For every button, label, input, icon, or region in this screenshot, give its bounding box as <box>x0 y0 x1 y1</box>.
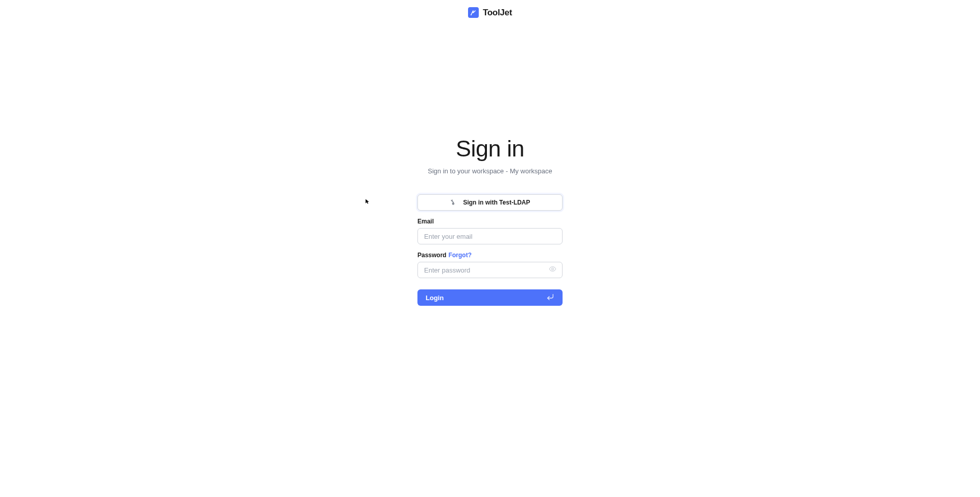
email-input[interactable] <box>417 228 563 244</box>
page-title: Sign in <box>456 135 524 162</box>
forgot-password-link[interactable]: Forgot? <box>449 252 472 259</box>
password-input[interactable] <box>417 262 563 278</box>
password-label: Password <box>417 252 447 259</box>
toggle-password-visibility[interactable] <box>549 265 556 275</box>
key-icon <box>450 198 457 207</box>
enter-arrow-icon <box>546 293 554 303</box>
login-button-label: Login <box>426 294 444 302</box>
sso-button-label: Sign in with Test-LDAP <box>463 199 530 206</box>
page-subtitle: Sign in to your workspace - My workspace <box>428 167 552 175</box>
svg-point-0 <box>471 14 472 15</box>
email-field-group: Email <box>417 218 563 244</box>
signin-form: Sign in Sign in to your workspace - My w… <box>417 135 563 306</box>
email-label: Email <box>417 218 434 225</box>
login-button[interactable]: Login <box>417 289 563 306</box>
app-header: ToolJet <box>468 0 512 18</box>
logo-icon <box>468 7 479 18</box>
sso-ldap-button[interactable]: Sign in with Test-LDAP <box>417 194 563 211</box>
eye-icon <box>549 265 556 275</box>
password-field-group: Password Forgot? <box>417 252 563 278</box>
svg-point-4 <box>552 268 554 270</box>
brand-name: ToolJet <box>483 8 512 18</box>
mouse-cursor-icon <box>365 198 371 205</box>
